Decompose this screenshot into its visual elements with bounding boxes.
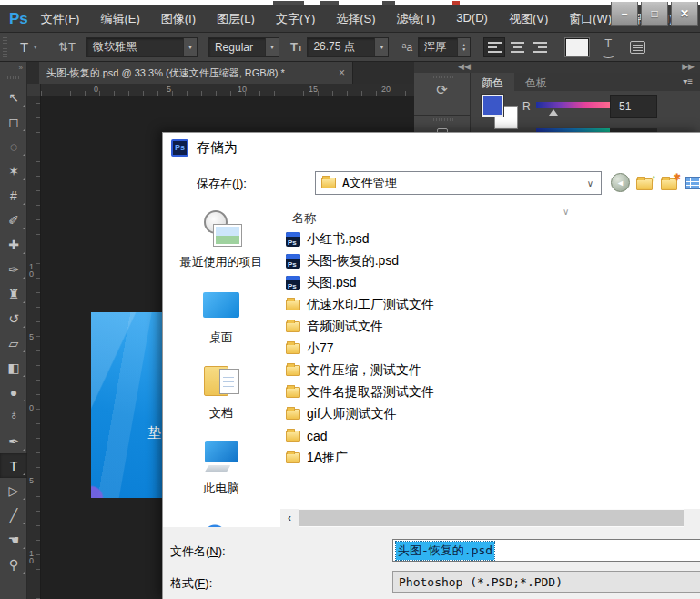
tool-button[interactable]: ☚ — [0, 527, 27, 552]
menu-item[interactable]: 视图(V) — [509, 11, 548, 27]
horizontal-scrollbar[interactable]: ‹ — [280, 509, 700, 527]
tool-button[interactable]: ♜ — [0, 281, 27, 306]
font-size-select[interactable]: 26.75 点 ▼ — [307, 37, 389, 57]
tool-button[interactable]: ✚ — [0, 232, 27, 257]
tool-button[interactable]: ⚲ — [0, 552, 27, 576]
chevron-icon[interactable]: ∨ — [563, 207, 569, 217]
menu-item[interactable]: 文件(F) — [41, 11, 80, 27]
menu-item[interactable]: 选择(S) — [336, 11, 375, 27]
toggle-panels-icon[interactable] — [630, 41, 645, 54]
tool-preset-picker[interactable]: T▼ — [20, 39, 38, 55]
tool-button[interactable]: ✶ — [0, 158, 27, 183]
tool-button[interactable]: ◧ — [0, 355, 27, 380]
file-name-input[interactable]: 头图-恢复的.psd — [392, 539, 700, 562]
file-list-row[interactable]: 文件名提取器测试文件 2023/2/24 — [280, 381, 700, 403]
document-tab[interactable]: 头图-恢复的.psd @ 33.3% (优速文件压缩器, RGB/8) * × — [39, 62, 353, 84]
red-channel-value[interactable]: 51 — [610, 95, 657, 118]
sidebar-place-item[interactable]: 文档 — [164, 361, 279, 421]
foreground-color-swatch[interactable] — [482, 95, 503, 117]
window-control-button[interactable]: ✕ — [671, 2, 698, 26]
tool-button[interactable]: T — [0, 453, 27, 478]
menu-item[interactable]: 文字(Y) — [276, 11, 315, 27]
collapse-panels-icon[interactable]: ◀◀ — [458, 62, 471, 71]
document-tab-title: 头图-恢复的.psd @ 33.3% (优速文件压缩器, RGB/8) * — [46, 66, 333, 80]
anti-alias-icon: aa — [401, 41, 412, 54]
align-left-button[interactable] — [483, 37, 505, 57]
tool-button[interactable]: ↖ — [0, 85, 27, 109]
scrollbar-thumb[interactable] — [299, 510, 684, 526]
tool-button[interactable]: ◌ — [0, 134, 27, 158]
tool-button[interactable]: ▷ — [0, 478, 27, 503]
tool-button[interactable]: ◻ — [0, 109, 27, 134]
menu-item[interactable]: 图像(I) — [161, 11, 196, 27]
tool-button[interactable]: # — [0, 183, 27, 208]
panel-tab[interactable]: 颜色 — [471, 73, 514, 91]
menu-item[interactable]: 编辑(E) — [100, 11, 139, 27]
dialog-titlebar[interactable]: Ps 存储为 — [163, 133, 700, 162]
chevron-down-icon[interactable]: ▼ — [374, 38, 388, 56]
save-in-select[interactable]: A文件管理 ∨ — [315, 171, 602, 195]
file-list-row[interactable]: 头图-恢复的.psd 2023/4/20 — [280, 250, 700, 272]
back-button[interactable]: ◄ — [611, 173, 630, 192]
file-list-row[interactable]: cad 2023/2/24 — [280, 425, 700, 447]
chevron-down-icon[interactable]: ∨ — [587, 178, 593, 188]
chevron-down-icon[interactable]: ▼ — [183, 38, 197, 56]
color-panel-body: R 51 — [471, 91, 700, 132]
file-list-row[interactable]: 文件压缩，测试文件 2023/2/24 — [280, 360, 700, 381]
font-style-select[interactable]: Regular ▼ — [208, 37, 279, 57]
window-control-button[interactable]: □ — [641, 2, 668, 26]
file-list-row[interactable]: 头图.psd 2023/4/18 — [280, 272, 700, 294]
file-list-row[interactable]: 小77 2023/2/24 — [280, 338, 700, 360]
new-folder-button[interactable]: ✱ — [661, 175, 679, 191]
red-channel-slider[interactable] — [536, 102, 611, 108]
file-list-row[interactable]: 1A推广 2023/4/21 — [280, 447, 700, 469]
document-artwork[interactable]: 垫 — [91, 312, 162, 498]
align-right-button[interactable] — [529, 37, 551, 57]
tool-button[interactable]: ↺ — [0, 306, 27, 330]
tool-button[interactable]: ▱ — [0, 330, 27, 355]
tool-button[interactable]: ✐ — [0, 208, 27, 232]
file-list-row[interactable]: 音频测试文件 2023/2/24 — [280, 316, 700, 338]
menu-item[interactable]: 3D(D) — [456, 11, 488, 27]
menu-item[interactable]: 滤镜(T) — [397, 11, 436, 27]
column-header-name[interactable]: 名称 — [292, 210, 316, 227]
font-family-select[interactable]: 微软雅黑 ▼ — [86, 37, 198, 57]
history-panel-button[interactable]: ⟳ — [414, 76, 470, 116]
file-list-row[interactable]: gif大师测试文件 2023/3/2 星 — [280, 403, 700, 425]
tool-button[interactable]: ● — [0, 380, 27, 404]
window-control-button[interactable]: – — [611, 2, 638, 26]
text-orientation-icon[interactable]: ⇅T — [58, 40, 76, 54]
drag-grip-icon — [431, 118, 454, 121]
panel-tab[interactable]: 色板 — [514, 73, 558, 91]
warp-text-icon[interactable]: T‿ — [604, 39, 613, 56]
slider-handle[interactable] — [549, 109, 558, 116]
expand-panels-icon[interactable]: ▶▶ — [682, 62, 695, 71]
menu-item[interactable]: 图层(L) — [217, 11, 255, 27]
sidebar-place-item[interactable]: 桌面 — [164, 286, 279, 346]
panel-menu-icon[interactable]: ▾≡ — [683, 76, 693, 86]
file-list-row[interactable]: 小红书.psd 2023/3/31 — [280, 228, 700, 250]
collapse-toolbar-icon[interactable]: » — [0, 62, 26, 75]
format-select[interactable]: Photoshop (*.PSD;*.PDD) — [392, 571, 700, 593]
tool-button[interactable]: ╱ — [0, 503, 27, 527]
file-type-icon — [286, 365, 300, 376]
close-tab-icon[interactable]: × — [339, 66, 345, 79]
drag-grip-icon[interactable] — [3, 37, 7, 57]
sidebar-place-item[interactable]: 此电脑 — [164, 437, 279, 497]
anti-alias-select[interactable]: 浑厚 ▲▼ — [418, 37, 471, 57]
spinner-icon[interactable]: ▲▼ — [457, 38, 470, 56]
tool-button[interactable]: ♀ — [0, 404, 27, 429]
scroll-left-button[interactable]: ‹ — [280, 509, 299, 527]
tool-button[interactable]: ✒ — [0, 429, 27, 453]
menu-item[interactable]: 窗口(W) — [569, 11, 612, 27]
up-one-level-button[interactable]: ↑ — [636, 175, 654, 191]
file-list-row[interactable]: 优速水印工厂测试文件 2023/3/6 星 — [280, 294, 700, 316]
drag-grip-icon[interactable] — [7, 76, 20, 79]
view-menu-button[interactable] — [685, 177, 700, 189]
chevron-down-icon[interactable]: ▼ — [265, 38, 279, 56]
tool-button[interactable]: ✑ — [0, 257, 27, 281]
scrollbar-track[interactable] — [684, 509, 700, 527]
sidebar-place-item[interactable]: 最近使用的项目 — [164, 210, 279, 270]
text-color-swatch[interactable] — [565, 38, 589, 56]
align-center-button[interactable] — [506, 37, 528, 57]
